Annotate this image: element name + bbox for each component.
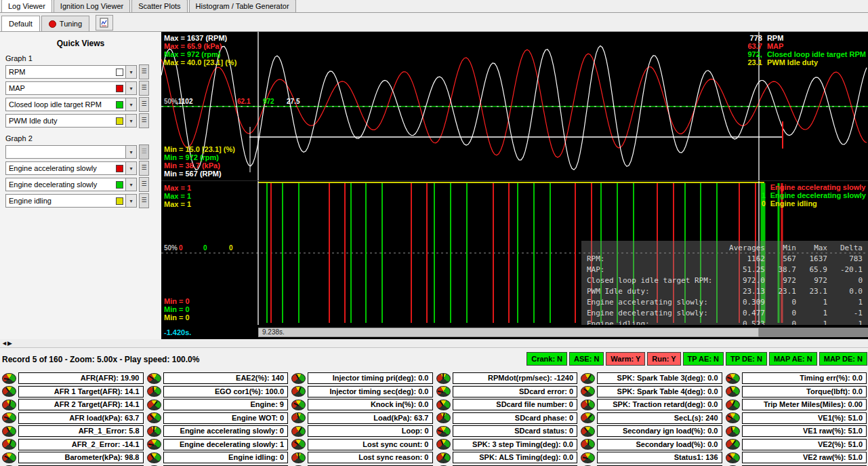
channel-menu-button[interactable]: ☰	[139, 64, 149, 79]
gauge-readout[interactable]: Loop: 0	[308, 425, 433, 437]
tab-tuning[interactable]: Tuning	[41, 16, 89, 31]
tab-default[interactable]: Default	[1, 16, 40, 31]
averages-header-cell: Averages	[718, 243, 765, 254]
fifty-value: 27.5	[287, 98, 299, 105]
channel-combo-pwm-idle-duty[interactable]: PWM Idle duty▾	[5, 114, 137, 128]
gauge-readout[interactable]: SDcard status: 0	[453, 425, 578, 437]
graph2-pane[interactable]: Max = 1Max = 1Max = 1 Min = 0Min = 0Min …	[161, 180, 868, 325]
gauge-readout[interactable]: Secondary load(%): 0.0	[597, 439, 722, 450]
gauge-cell: VE1(%): 51.0	[724, 412, 868, 425]
gauge-needle-icon	[297, 453, 299, 459]
gauge-readout[interactable]: VE1(%): 51.0	[742, 412, 867, 424]
gauge-needle-icon	[587, 374, 592, 379]
chevron-down-icon[interactable]: ▾	[125, 82, 136, 94]
chevron-down-icon[interactable]: ▾	[125, 195, 136, 207]
channel-color-swatch	[116, 117, 123, 125]
channel-menu-button[interactable]: ☰	[139, 97, 149, 112]
channel-menu-button[interactable]: ☰	[139, 113, 149, 128]
chevron-down-icon[interactable]: ▾	[125, 115, 136, 127]
chevron-down-icon[interactable]: ▾	[125, 98, 136, 111]
channel-menu-button[interactable]: ☰	[139, 193, 149, 208]
gauge-readout[interactable]: SPK: ALS Timing(deg): 0.0	[453, 452, 578, 463]
graph1-pane[interactable]: Max = 1637 (RPM)Max = 65.9 (kPa)Max = 97…	[161, 32, 868, 180]
gauge-needle-icon	[4, 455, 9, 459]
min-label: Min = 972 (rpm)	[164, 153, 235, 161]
channel-combo-label: MAP	[6, 84, 116, 92]
gauge-readout[interactable]: SPK: Spark Table 4(deg): 0.0	[597, 386, 722, 397]
chevron-down-icon[interactable]: ▾	[125, 178, 136, 191]
channel-combo-engine-accelerating-slowly[interactable]: Engine accelerating slowly▾	[5, 161, 137, 175]
tab-scatter-plots[interactable]: Scatter Plots	[131, 0, 187, 12]
gauge-readout[interactable]: SDcard phase: 0	[453, 412, 578, 424]
channel-color-swatch	[116, 85, 123, 92]
gauge-readout[interactable]: EAE2(%): 140	[163, 372, 289, 384]
channel-combo-engine-decelerating-slowly[interactable]: Engine decelerating slowly▾	[5, 178, 137, 191]
gauge-cell: VE1 raw(%): 51.0	[724, 425, 868, 438]
gauge-readout[interactable]: VE2(%): 51.0	[742, 439, 867, 450]
gauge-readout[interactable]: AFR 2 Target(AFR): 14.1	[18, 399, 144, 410]
timeline-thumb-time: 9.238s.	[262, 328, 285, 336]
gauge-readout[interactable]: VE1 raw(%): 51.0	[742, 425, 867, 437]
timeline-scrollbar[interactable]: -1.420s. 9.238s.	[161, 325, 868, 339]
gauge-readout[interactable]: AFR_2_Error: -14.1	[18, 439, 144, 450]
gauge-icon	[291, 400, 306, 410]
channel-menu-button[interactable]: ☰	[139, 177, 149, 192]
gauge-readout[interactable]: SPK: Traction retard(deg): 0.0	[597, 399, 722, 410]
gauge-readout[interactable]: Timing err(%): 0.0	[742, 372, 867, 384]
gauge-readout[interactable]: SDcard error: 0	[453, 386, 578, 397]
chevron-down-icon[interactable]: ▾	[125, 146, 136, 158]
gauge-readout[interactable]: AFR load(kPa): 63.7	[18, 412, 144, 424]
main-tabbar: Log ViewerIgnition Log ViewerScatter Plo…	[0, 0, 868, 13]
gauge-readout[interactable]: Knock in(%): 0.0	[308, 399, 433, 410]
gauge-readout[interactable]: Engine accelerating slowly: 0	[163, 425, 289, 437]
gauge-readout[interactable]: Injector timing pri(deg): 0.0	[308, 372, 433, 384]
tab-ignition-log-viewer[interactable]: Ignition Log Viewer	[54, 0, 130, 12]
channel-combo-empty[interactable]: ▾	[5, 145, 137, 159]
channel-menu-button[interactable]: ☰	[139, 161, 149, 176]
gauge-readout[interactable]: Barometer(kPa): 98.8	[18, 452, 144, 463]
gauge-readout[interactable]: AFR 1 Target(AFR): 14.1	[18, 386, 144, 397]
gauge-readout[interactable]: AFR_1_Error: 5.8	[18, 425, 144, 437]
gauge-readout[interactable]: Torque(lbft): 0.0	[742, 386, 867, 397]
gauge-readout[interactable]: Trip Meter Miles(Miles): 0.00	[742, 399, 867, 410]
gauge-readout[interactable]: RPMdot(rpm/sec): -1240	[453, 372, 578, 384]
channel-menu-button[interactable]: ☰	[139, 81, 149, 96]
gauge-readout[interactable]: VE2 raw(%): 51.0	[742, 452, 867, 463]
gauge-readout[interactable]: Status1: 136	[597, 452, 722, 463]
gauge-cell: SPK: 3 step Timing(deg): 0.0	[434, 438, 579, 452]
gauge-readout[interactable]: SPK: 3 step Timing(deg): 0.0	[453, 439, 578, 450]
gauge-readout[interactable]: EGO cor1(%): 100.0	[163, 386, 289, 397]
tab-log-viewer[interactable]: Log Viewer	[1, 0, 52, 12]
gauge-readout[interactable]: AFR(AFR): 19.90	[18, 372, 144, 384]
averages-header-cell: Delta	[827, 243, 863, 254]
readout-value: 0	[745, 199, 766, 208]
timeline-thumb[interactable]: 9.238s.	[258, 328, 759, 337]
pan-arrows[interactable]: ◄▶	[0, 339, 868, 348]
gauge-readout[interactable]: Engine decelerating slowly: 1	[163, 439, 289, 450]
chevron-down-icon[interactable]: ▾	[125, 162, 136, 174]
gauge-readout[interactable]: Lost sync count: 0	[308, 439, 433, 450]
gauge-readout[interactable]: Engine: 9	[163, 399, 289, 410]
timeline-track[interactable]	[759, 328, 868, 337]
channel-combo-engine-idling[interactable]: Engine idling▾	[5, 194, 137, 208]
gauge-readout[interactable]: Engine WOT: 0	[163, 412, 289, 424]
gauge-cell: Secondary load(%): 0.0	[579, 438, 724, 452]
channel-combo-map[interactable]: MAP▾	[5, 81, 137, 95]
channel-combo-rpm[interactable]: RPM▾	[5, 65, 137, 79]
gauge-readout[interactable]: Lost sync reason: 0	[308, 452, 433, 463]
gauge-icon	[291, 452, 306, 463]
new-view-button[interactable]	[96, 15, 113, 31]
chevron-down-icon[interactable]: ▾	[125, 66, 136, 78]
channel-menu-button[interactable]: ☰	[139, 144, 149, 159]
tab-histogram-table-generator[interactable]: Histogram / Table Generator	[189, 0, 296, 12]
gauge-readout[interactable]: SDcard file number: 0	[453, 399, 578, 410]
gauge-readout[interactable]: Secondary ign load(%): 0.0	[597, 425, 722, 437]
gauge-readout[interactable]: Engine idling: 0	[163, 452, 289, 463]
gauge-needle-icon	[9, 400, 11, 406]
gauge-readout[interactable]: Load(kPa): 63.7	[308, 412, 433, 424]
gauge-readout[interactable]: SecL(s): 240	[597, 412, 722, 424]
channel-combo-closed-loop-idle-target-rpm[interactable]: Closed loop idle target RPM▾	[5, 98, 137, 111]
prev-next-arrows-icon[interactable]: ◄▶	[1, 340, 12, 347]
gauge-readout[interactable]: SPK: Spark Table 3(deg): 0.0	[597, 372, 722, 384]
gauge-readout[interactable]: Injector timing sec(deg): 0.0	[308, 386, 433, 397]
